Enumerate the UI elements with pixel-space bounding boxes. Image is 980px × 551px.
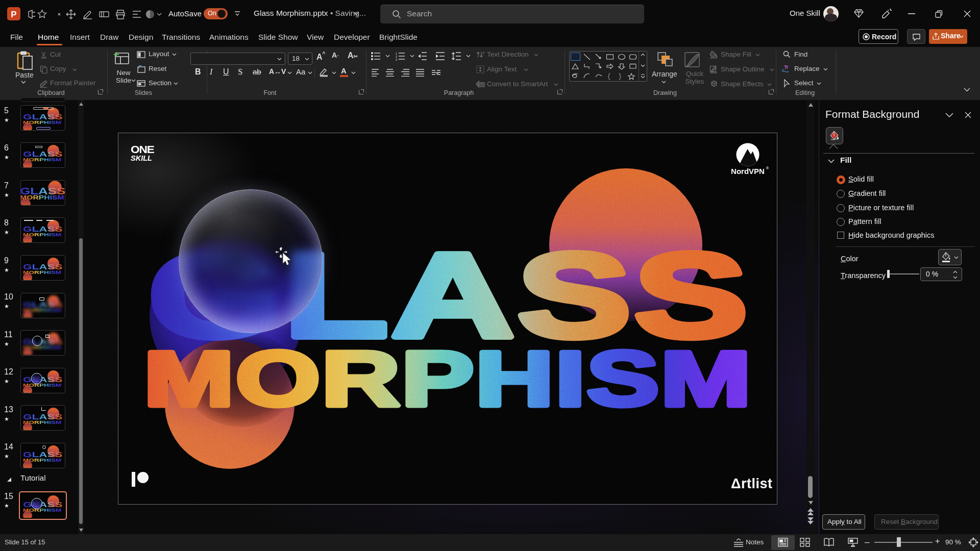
svg-text:3: 3 (396, 58, 398, 61)
svg-text:P: P (11, 10, 16, 19)
svg-text:A: A (482, 51, 484, 55)
svg-text:c: c (782, 68, 785, 73)
